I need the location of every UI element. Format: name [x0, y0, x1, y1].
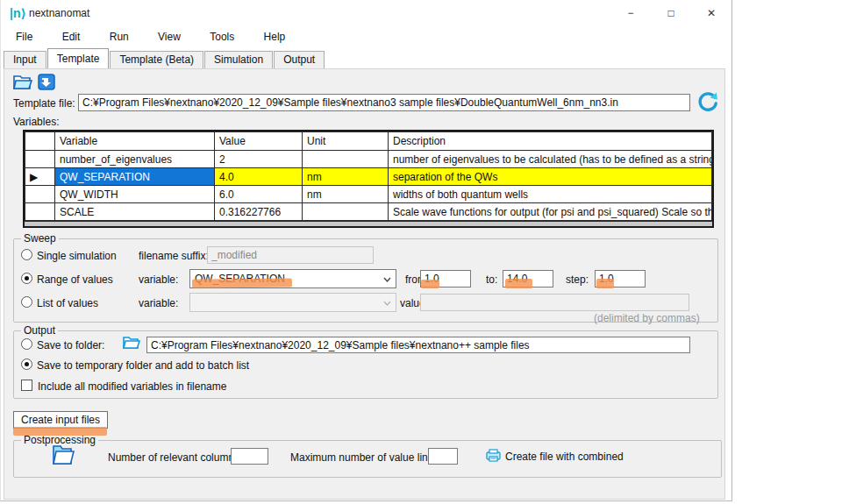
menu-run[interactable]: Run: [100, 28, 139, 46]
to-label: to:: [486, 273, 497, 286]
cell-variable[interactable]: QW_SEPARATION: [55, 168, 215, 186]
table-row-selected[interactable]: ▶ QW_SEPARATION 4.0 nm separation of the…: [25, 168, 712, 186]
cell-unit[interactable]: nm: [303, 186, 389, 203]
cell-variable[interactable]: SCALE: [55, 203, 215, 221]
annotation-highlight-create-button: [13, 427, 107, 436]
annotation-highlight-step: [596, 279, 614, 288]
annotation-highlight-to: [505, 279, 532, 288]
list-variable-combobox[interactable]: [189, 293, 396, 312]
create-combined-file-icon[interactable]: [486, 449, 501, 465]
variables-table: Variable Value Unit Description number_o…: [23, 130, 714, 228]
table-header-row: Variable Value Unit Description: [25, 132, 712, 151]
app-window: |n⟩ nextnanomat − □ ✕ File Edit Run View…: [0, 0, 732, 501]
close-button[interactable]: ✕: [691, 0, 731, 26]
menu-help[interactable]: Help: [254, 28, 296, 46]
range-of-values-radio[interactable]: [21, 273, 32, 284]
cell-unit[interactable]: [303, 203, 389, 221]
list-of-values-label: List of values: [37, 297, 98, 309]
template-file-input[interactable]: [78, 94, 690, 111]
save-to-folder-label: Save to folder:: [37, 339, 104, 351]
tab-output[interactable]: Output: [274, 51, 325, 68]
output-group-label: Output: [21, 324, 58, 337]
menu-tools[interactable]: Tools: [200, 28, 244, 46]
template-file-label: Template file:: [13, 97, 75, 110]
title-bar: |n⟩ nextnanomat − □ ✕: [1, 0, 731, 26]
tab-strip: InputTemplateTemplate (Beta)SimulationOu…: [4, 48, 325, 68]
menu-edit[interactable]: Edit: [53, 28, 90, 46]
single-simulation-radio[interactable]: [21, 249, 32, 260]
minimize-button[interactable]: −: [610, 0, 651, 26]
col-unit[interactable]: Unit: [303, 132, 389, 151]
relevant-column-label: Number of relevant column:: [108, 451, 237, 464]
cell-value[interactable]: 0.316227766: [215, 203, 303, 221]
include-variables-label: Include all modified variables in filena…: [38, 380, 226, 393]
variables-label: Variables:: [13, 116, 59, 128]
save-folder-path-input[interactable]: [146, 337, 690, 353]
postprocessing-folder-icon[interactable]: [50, 441, 75, 470]
cell-unit[interactable]: nm: [303, 168, 389, 186]
cell-value[interactable]: 4.0: [215, 168, 303, 186]
create-combined-file-label: Create file with combined: [505, 451, 624, 463]
save-temp-folder-radio[interactable]: [21, 358, 32, 370]
filename-suffix-input[interactable]: [207, 246, 374, 264]
tab-simulation[interactable]: Simulation: [204, 51, 273, 68]
open-template-icon[interactable]: [12, 73, 33, 94]
values-hint: (delimited by commas): [594, 312, 700, 324]
max-value-lines-input[interactable]: [428, 448, 458, 465]
cell-variable[interactable]: QW_WIDTH: [55, 186, 215, 203]
cell-value[interactable]: 2: [215, 151, 303, 168]
row-header: [25, 132, 55, 151]
table-row[interactable]: QW_WIDTH 6.0 nm widths of both quantum w…: [25, 186, 712, 203]
refresh-icon[interactable]: [696, 90, 719, 116]
window-title: nextnanomat: [29, 7, 89, 19]
annotation-highlight-from: [421, 280, 439, 288]
screenshot: |n⟩ nextnanomat − □ ✕ File Edit Run View…: [0, 0, 842, 504]
chevron-down-icon: [383, 276, 390, 283]
range-variable-label: variable:: [139, 273, 178, 286]
load-template-icon[interactable]: [37, 73, 56, 94]
step-label: step:: [566, 273, 589, 286]
cell-description[interactable]: number of eigenvalues to be calculated (…: [389, 151, 712, 168]
annotation-highlight-variable: [192, 278, 292, 287]
relevant-column-input[interactable]: [231, 448, 268, 465]
tab-template[interactable]: Template: [47, 48, 110, 68]
col-variable[interactable]: Variable: [55, 132, 215, 151]
create-input-files-button[interactable]: Create input files: [13, 411, 108, 429]
tab-input[interactable]: Input: [4, 51, 46, 68]
menu-file[interactable]: File: [6, 28, 42, 46]
list-variable-label: variable:: [139, 297, 178, 309]
table-bottom-strip: [25, 221, 712, 226]
col-description[interactable]: Description: [389, 132, 712, 151]
maximize-button[interactable]: □: [651, 0, 691, 26]
menu-view[interactable]: View: [148, 28, 190, 46]
include-variables-checkbox[interactable]: [21, 380, 32, 391]
table-row[interactable]: SCALE 0.316227766 Scale wave functions f…: [25, 203, 712, 221]
single-simulation-label: Single simulation: [37, 250, 117, 262]
cell-variable[interactable]: number_of_eigenvalues: [55, 151, 215, 168]
menu-bar: File Edit Run View Tools Help: [6, 28, 302, 47]
cell-description[interactable]: Scale wave functions for output (for psi…: [389, 203, 712, 221]
browse-folder-icon[interactable]: [122, 334, 141, 354]
cell-description[interactable]: widths of both quantum wells: [389, 186, 712, 203]
tab-template-beta[interactable]: Template (Beta): [110, 51, 203, 68]
cell-description[interactable]: separation of the QWs: [389, 168, 712, 186]
app-logo-icon: |n⟩: [10, 6, 26, 20]
list-of-values-radio[interactable]: [21, 296, 32, 308]
range-of-values-label: Range of values: [37, 273, 113, 286]
save-to-folder-radio[interactable]: [21, 338, 32, 350]
row-selector-arrow-icon: ▶: [25, 168, 55, 186]
cell-unit[interactable]: [303, 151, 389, 168]
col-value[interactable]: Value: [215, 132, 303, 151]
max-value-lines-label: Maximum number of value lines:: [290, 451, 442, 464]
table-row[interactable]: number_of_eigenvalues 2 number of eigenv…: [25, 151, 712, 168]
save-temp-folder-label: Save to temporary folder and add to batc…: [37, 359, 249, 372]
values-input[interactable]: [420, 294, 689, 311]
sweep-group-label: Sweep: [21, 232, 59, 245]
cell-value[interactable]: 6.0: [215, 186, 303, 203]
filename-suffix-label: filename suffix:: [139, 250, 209, 262]
chevron-down-icon: [383, 300, 390, 307]
